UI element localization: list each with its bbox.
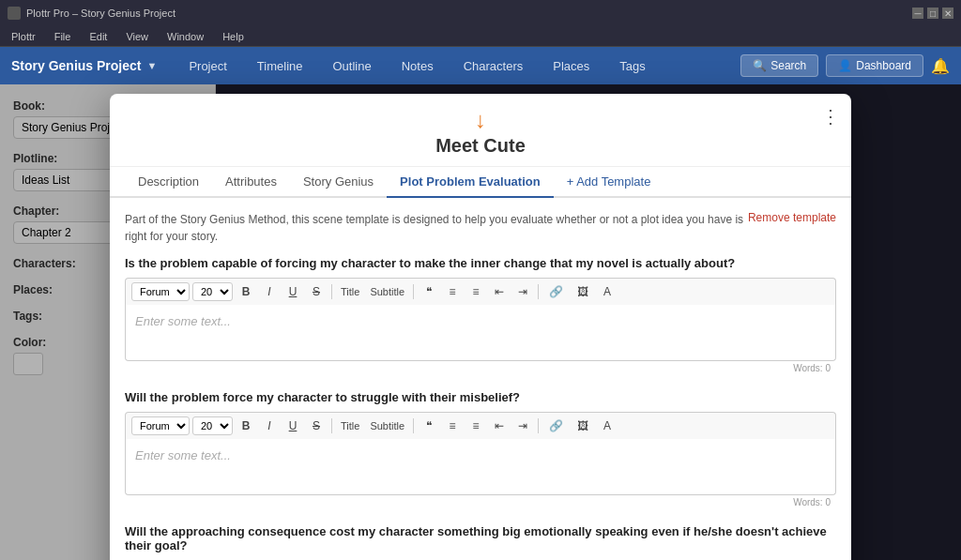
app-logo[interactable]: Story Genius Project ▼	[11, 58, 157, 73]
app-header: Story Genius Project ▼ Project Timeline …	[0, 47, 961, 84]
menu-view[interactable]: View	[122, 29, 152, 44]
modal-tabs: Description Attributes Story Genius Plot…	[110, 167, 851, 198]
toolbar-divider-1c	[538, 284, 539, 299]
question-1-placeholder: Enter some text...	[135, 314, 231, 328]
modal-title: Meet Cute	[435, 135, 526, 157]
title-bar-text: Plottr Pro – Story Genius Project	[26, 8, 175, 19]
question-2-text: Will the problem force my character to s…	[125, 390, 836, 404]
title-bar: Plottr Pro – Story Genius Project ─ □ ✕	[0, 0, 961, 26]
ordered-list-button-2[interactable]: ≡	[442, 416, 463, 435]
menu-help[interactable]: Help	[219, 29, 248, 44]
strike-button-1[interactable]: S	[306, 282, 327, 301]
question-2-section: Will the problem force my character to s…	[125, 390, 836, 509]
question-3-text: Will the approaching consequence cost my…	[125, 524, 836, 552]
title-button-2[interactable]: Title	[337, 418, 363, 433]
bold-button-1[interactable]: B	[236, 282, 256, 301]
tab-add-template[interactable]: + Add Template	[554, 167, 664, 196]
app-logo-text: Story Genius Project	[11, 58, 141, 73]
notifications-button[interactable]: 🔔	[931, 57, 950, 75]
question-2-toolbar: Forum 20 B I U S Title	[125, 412, 836, 439]
user-icon: 👤	[838, 59, 852, 72]
remove-template-link[interactable]: Remove template	[748, 211, 836, 224]
menu-bar: Plottr File Edit View Window Help	[0, 26, 961, 47]
tab-characters[interactable]: Characters	[450, 53, 537, 79]
ordered-list-button-1[interactable]: ≡	[442, 282, 463, 301]
unordered-list-button-1[interactable]: ≡	[465, 282, 486, 301]
modal-more-button[interactable]: ⋮	[821, 105, 840, 128]
modal-header: ↓ Meet Cute ⋮	[110, 94, 851, 167]
image-button-2[interactable]: 🖼	[572, 416, 594, 435]
indent-inc-button-2[interactable]: ⇥	[512, 416, 533, 435]
dashboard-button[interactable]: 👤 Dashboard	[826, 54, 923, 77]
title-button-1[interactable]: Title	[337, 284, 363, 299]
tab-project[interactable]: Project	[175, 53, 239, 79]
toolbar-divider-2a	[331, 418, 332, 433]
question-3-section: Will the approaching consequence cost my…	[125, 524, 836, 560]
menu-plottr[interactable]: Plottr	[8, 29, 39, 44]
modal: ↓ Meet Cute ⋮ Description Attributes Sto…	[110, 94, 851, 560]
search-label: Search	[770, 59, 806, 72]
toolbar-divider-1a	[331, 284, 332, 299]
window-controls[interactable]: ─ □ ✕	[912, 8, 953, 19]
color-button-1[interactable]: A	[597, 282, 618, 301]
tab-tags[interactable]: Tags	[606, 53, 658, 79]
tab-places[interactable]: Places	[540, 53, 603, 79]
underline-button-1[interactable]: U	[282, 282, 303, 301]
modal-content-area: Remove template Part of the Story Genius…	[110, 198, 851, 560]
tab-plot-problem[interactable]: Plot Problem Evaluation	[387, 167, 554, 198]
question-1-editor[interactable]: Enter some text...	[125, 305, 836, 361]
header-right: 🔍 Search 👤 Dashboard 🔔	[740, 54, 950, 77]
quote-button-1[interactable]: ❝	[419, 282, 439, 301]
quote-button-2[interactable]: ❝	[419, 416, 439, 435]
question-1-text: Is the problem capable of forcing my cha…	[125, 256, 836, 270]
font-family-select-2[interactable]: Forum	[131, 416, 190, 435]
question-2-word-count: Words: 0	[125, 495, 836, 509]
modal-overlay: ↓ Meet Cute ⋮ Description Attributes Sto…	[0, 84, 961, 560]
link-button-2[interactable]: 🔗	[543, 416, 569, 435]
underline-button-2[interactable]: U	[282, 416, 303, 435]
link-button-1[interactable]: 🔗	[543, 282, 569, 301]
font-size-select-2[interactable]: 20	[192, 416, 233, 435]
italic-button-2[interactable]: I	[259, 416, 280, 435]
toolbar-divider-1b	[413, 284, 414, 299]
close-button[interactable]: ✕	[942, 8, 953, 19]
nav-tabs: Project Timeline Outline Notes Character…	[175, 53, 722, 79]
logo-dropdown-icon[interactable]: ▼	[146, 60, 157, 71]
tab-description[interactable]: Description	[125, 167, 212, 198]
dashboard-label: Dashboard	[856, 59, 911, 72]
question-1-section: Is the problem capable of forcing my cha…	[125, 256, 836, 375]
app-icon	[8, 7, 21, 20]
menu-window[interactable]: Window	[163, 29, 207, 44]
subtitle-button-2[interactable]: Subtitle	[366, 418, 408, 433]
bold-button-2[interactable]: B	[236, 416, 256, 435]
unordered-list-button-2[interactable]: ≡	[465, 416, 486, 435]
tab-timeline[interactable]: Timeline	[244, 53, 316, 79]
search-icon: 🔍	[753, 59, 767, 72]
font-family-select-1[interactable]: Forum	[131, 282, 190, 301]
toolbar-divider-2c	[538, 418, 539, 433]
question-1-word-count: Words: 0	[125, 361, 836, 375]
maximize-button[interactable]: □	[927, 8, 938, 19]
indent-dec-button-2[interactable]: ⇤	[489, 416, 510, 435]
color-button-2[interactable]: A	[597, 416, 618, 435]
tab-attributes[interactable]: Attributes	[212, 167, 290, 198]
font-size-select-1[interactable]: 20	[192, 282, 233, 301]
search-button[interactable]: 🔍 Search	[740, 54, 818, 77]
image-button-1[interactable]: 🖼	[572, 282, 594, 301]
indent-dec-button-1[interactable]: ⇤	[489, 282, 510, 301]
tab-outline[interactable]: Outline	[320, 53, 385, 79]
question-2-placeholder: Enter some text...	[135, 448, 231, 462]
tab-story-genius[interactable]: Story Genius	[290, 167, 387, 198]
subtitle-button-1[interactable]: Subtitle	[366, 284, 408, 299]
question-2-editor[interactable]: Enter some text...	[125, 439, 836, 495]
question-1-toolbar: Forum 20 B I U S Title	[125, 278, 836, 305]
italic-button-1[interactable]: I	[259, 282, 280, 301]
minimize-button[interactable]: ─	[912, 8, 923, 19]
tab-notes[interactable]: Notes	[389, 53, 447, 79]
strike-button-2[interactable]: S	[306, 416, 327, 435]
indent-inc-button-1[interactable]: ⇥	[512, 282, 533, 301]
menu-file[interactable]: File	[51, 29, 75, 44]
modal-body: ↓ Meet Cute ⋮ Description Attributes Sto…	[110, 94, 851, 560]
template-description: Part of the Story Genius Method, this sc…	[125, 211, 836, 245]
menu-edit[interactable]: Edit	[85, 29, 111, 44]
